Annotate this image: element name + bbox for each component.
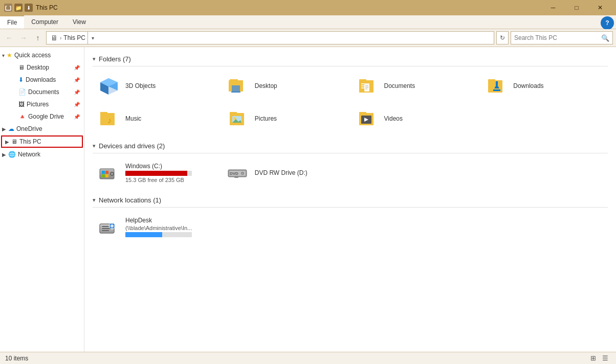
- pin-icon-pictures: 📌: [74, 102, 80, 107]
- address-dropdown[interactable]: ▾: [87, 31, 98, 44]
- thispc-icon: 🖥: [11, 138, 17, 145]
- folder-icon-downloads: [486, 75, 508, 97]
- network-header-label: Network locations (1): [99, 196, 161, 204]
- documents-icon: 📄: [18, 88, 26, 96]
- tab-view[interactable]: View: [65, 15, 93, 29]
- onedrive-icon: ☁: [8, 125, 14, 132]
- drive-icon-c: [98, 162, 120, 184]
- svg-rect-41: [105, 171, 108, 174]
- path-text: This PC: [63, 34, 85, 41]
- svg-rect-33: [359, 112, 366, 115]
- thispc-label: This PC: [19, 138, 41, 145]
- folder-label-downloads: Downloads: [513, 82, 543, 89]
- folder-item-videos[interactable]: Videos: [351, 103, 479, 134]
- pin-icon-documents: 📌: [74, 89, 80, 95]
- close-button[interactable]: ✕: [588, 0, 612, 15]
- quick-access-header[interactable]: ▾ ★ Quick access: [0, 49, 84, 61]
- svg-rect-7: [230, 79, 238, 82]
- drive-c-info: Windows (C:) 15.3 GB free of 235 GB: [125, 163, 192, 183]
- search-input[interactable]: [514, 34, 599, 41]
- folder-item-downloads[interactable]: Downloads: [480, 71, 608, 101]
- tile-view-button[interactable]: ⊞: [587, 353, 599, 364]
- tab-computer[interactable]: Computer: [24, 15, 65, 29]
- folder-item-desktop[interactable]: Desktop: [222, 71, 349, 101]
- main-content: ▾ ★ Quick access 🖥 Desktop 📌 ⬇ Downloads…: [0, 47, 616, 352]
- folder-icon-documents: [357, 75, 379, 97]
- sidebar-item-googledrive[interactable]: 🔺 Google Drive 📌: [0, 110, 84, 123]
- folder-icon-pictures: [227, 107, 250, 130]
- app-icon-2: 📁: [14, 4, 23, 12]
- documents-label: Documents: [28, 88, 59, 96]
- network-chevron-icon: ▾: [93, 197, 96, 203]
- folder-icon-desktop: [227, 75, 250, 97]
- drives-header-label: Devices and drives (2): [99, 142, 165, 150]
- help-button[interactable]: ?: [601, 16, 614, 30]
- svg-rect-17: [365, 87, 368, 88]
- downloads-label: Downloads: [26, 76, 56, 83]
- desktop-icon: 🖥: [18, 64, 25, 71]
- sidebar-item-desktop[interactable]: 🖥 Desktop 📌: [0, 61, 84, 74]
- svg-rect-1: [7, 5, 10, 7]
- folder-icon-videos: [357, 107, 379, 130]
- helpdesk-path: (\\blade\Administrative\In...: [125, 225, 192, 231]
- drive-c-name: Windows (C:): [125, 163, 192, 170]
- network-header[interactable]: ▶ 🌐 Network: [0, 148, 84, 161]
- folders-section-header[interactable]: ▾ Folders (7): [93, 51, 608, 66]
- folders-grid: 3D Objects Desktop: [93, 71, 608, 134]
- ribbon: File Computer View ?: [0, 15, 616, 29]
- helpdesk-bar-fill: [125, 232, 162, 237]
- drives-section-header[interactable]: ▾ Devices and drives (2): [93, 138, 608, 153]
- folder-label-videos: Videos: [384, 115, 403, 122]
- title-bar-icons: 📁 ⬇: [4, 4, 33, 12]
- tab-file[interactable]: File: [0, 15, 24, 29]
- up-button[interactable]: ↑: [32, 32, 44, 44]
- refresh-button[interactable]: ↻: [496, 31, 509, 44]
- folder-label-documents: Documents: [384, 82, 415, 89]
- folders-header-label: Folders (7): [99, 55, 131, 63]
- thispc-chevron: ▶: [5, 139, 9, 145]
- folder-label-3dobjects: 3D Objects: [125, 82, 156, 89]
- helpdesk-name: HelpDesk: [125, 217, 192, 224]
- folder-item-documents[interactable]: Documents: [351, 71, 479, 101]
- pin-icon-googledrive: 📌: [74, 114, 80, 120]
- folder-item-music[interactable]: ♪ Music: [93, 103, 220, 134]
- folder-item-pictures[interactable]: Pictures: [222, 103, 349, 134]
- drive-c-bar-fill: [125, 171, 187, 176]
- minimize-button[interactable]: ─: [541, 0, 565, 15]
- search-box[interactable]: 🔍: [511, 31, 613, 44]
- sidebar-item-documents[interactable]: 📄 Documents 📌: [0, 86, 84, 98]
- network-item-helpdesk[interactable]: HelpDesk (\\blade\Administrative\In...: [93, 212, 197, 242]
- network-icon: 🌐: [8, 151, 16, 158]
- drives-grid: Windows (C:) 15.3 GB free of 235 GB: [93, 157, 608, 188]
- sidebar-item-pictures[interactable]: 🖼 Pictures 📌: [0, 98, 84, 110]
- ribbon-tabs: File Computer View ?: [0, 15, 616, 29]
- items-count: 10 items: [5, 355, 28, 362]
- maximize-button[interactable]: □: [565, 0, 588, 15]
- drive-item-d[interactable]: DVD DVD RW Drive (D:): [222, 157, 349, 188]
- svg-rect-49: [234, 177, 238, 178]
- quick-access-chevron: ▾: [2, 53, 5, 58]
- onedrive-label: OneDrive: [16, 125, 42, 132]
- folder-item-3dobjects[interactable]: 3D Objects: [93, 71, 220, 101]
- drive-c-space: 15.3 GB free of 235 GB: [125, 177, 192, 183]
- folders-chevron-icon: ▾: [93, 56, 96, 62]
- svg-rect-8: [232, 85, 240, 93]
- address-bar: ← → ↑ 🖥 › This PC ▾ ↻ 🔍: [0, 29, 616, 47]
- back-button[interactable]: ←: [3, 32, 15, 44]
- svg-rect-25: [100, 112, 107, 115]
- network-section-header[interactable]: ▾ Network locations (1): [93, 192, 608, 207]
- pictures-icon: 🖼: [18, 101, 25, 108]
- address-path[interactable]: 🖥 › This PC ▾: [46, 31, 494, 44]
- forward-button[interactable]: →: [17, 32, 30, 44]
- list-view-button[interactable]: ☰: [600, 353, 611, 364]
- search-icon: 🔍: [601, 34, 609, 42]
- drive-item-c[interactable]: Windows (C:) 15.3 GB free of 235 GB: [93, 157, 220, 188]
- svg-rect-42: [102, 174, 105, 177]
- onedrive-header[interactable]: ▶ ☁ OneDrive: [0, 123, 84, 135]
- sidebar-item-thispc[interactable]: ▶ 🖥 This PC: [1, 135, 83, 148]
- quick-access-star-icon: ★: [7, 52, 12, 59]
- network-grid: HelpDesk (\\blade\Administrative\In...: [93, 212, 608, 242]
- downloads-icon: ⬇: [18, 76, 24, 83]
- sidebar-item-downloads[interactable]: ⬇ Downloads 📌: [0, 74, 84, 86]
- svg-rect-43: [105, 174, 108, 177]
